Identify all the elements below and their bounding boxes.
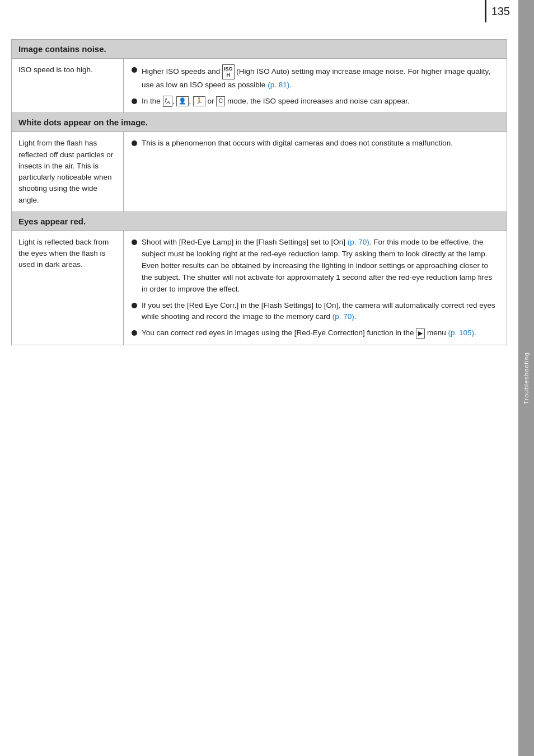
section-white-dots: White dots appear on the image. Light fr… [12,113,507,212]
bullet-text: This is a phenomenon that occurs with di… [142,138,499,149]
section-header-white-dots: White dots appear on the image. [12,113,507,132]
section-header-eyes-red: Eyes appear red. [12,212,507,231]
main-content: 135 Image contains noise. ISO speed is t… [0,0,518,756]
bullet-icon [132,330,137,336]
section-body-white-dots: Light from the flash has reflected off d… [12,132,507,212]
link-p70-1: (p. 70) [348,238,369,246]
bullet-text: Higher ISO speeds and ISOH (High ISO Aut… [142,64,499,91]
cause-eyes-red: Light is reflected back from the eyes wh… [12,231,124,345]
playback-menu-icon: ▶ [416,328,425,338]
cause-white-dots: Light from the flash has reflected off d… [12,132,124,212]
link-p81: (p. 81) [268,81,289,89]
c-mode-icon: C [216,96,225,106]
bullet-text: You can correct red eyes in images using… [142,327,499,339]
right-side-tab: Troubleshooting [518,0,534,756]
link-p70-2: (p. 70) [332,312,354,321]
bullet-item: Shoot with [Red-Eye Lamp] in the [Flash … [132,237,499,295]
bullet-text: Shoot with [Red-Eye Lamp] in the [Flash … [142,237,499,295]
page-container: 135 Image contains noise. ISO speed is t… [0,0,534,756]
bullet-item: If you set the [Red Eye Corr.] in the [F… [132,300,499,323]
bullet-icon [132,240,137,245]
solution-white-dots: This is a phenomenon that occurs with di… [124,132,507,212]
cause-image-noise: ISO speed is too high. [12,59,124,112]
bullet-item: In the fA, 👤, 🏃 or C mode, the ISO speed… [132,96,499,107]
iso-high-icon: ISOH [222,64,235,79]
link-p105: (p. 105) [448,328,475,337]
bullet-item: You can correct red eyes in images using… [132,327,499,339]
solution-eyes-red: Shoot with [Red-Eye Lamp] in the [Flash … [124,231,507,345]
page-number: 135 [491,5,510,18]
bullet-icon [132,140,137,146]
portrait-mode-icon: 👤 [176,96,189,106]
bullet-icon [132,67,137,73]
section-eyes-red: Eyes appear red. Light is reflected back… [12,212,507,345]
solution-image-noise: Higher ISO speeds and ISOH (High ISO Aut… [124,59,507,112]
bullet-icon [132,303,137,308]
kids-mode-icon: 🏃 [193,96,205,106]
section-body-eyes-red: Light is reflected back from the eyes wh… [12,231,507,345]
bullet-item: Higher ISO speeds and ISOH (High ISO Aut… [132,64,499,91]
bullet-text: If you set the [Red Eye Corr.] in the [F… [142,300,499,323]
bullet-text: In the fA, 👤, 🏃 or C mode, the ISO speed… [142,96,499,107]
section-body-image-noise: ISO speed is too high. Higher ISO speeds… [12,58,507,112]
bullet-item: This is a phenomenon that occurs with di… [132,138,499,149]
section-image-noise: Image contains noise. ISO speed is too h… [12,40,507,113]
right-tab-label: Troubleshooting [523,352,530,404]
content-area: Image contains noise. ISO speed is too h… [11,39,507,345]
fa-mode-icon: fA [163,96,172,107]
section-header-image-noise: Image contains noise. [12,40,507,58]
page-number-bar: 135 [485,0,518,22]
bullet-icon [132,98,137,104]
